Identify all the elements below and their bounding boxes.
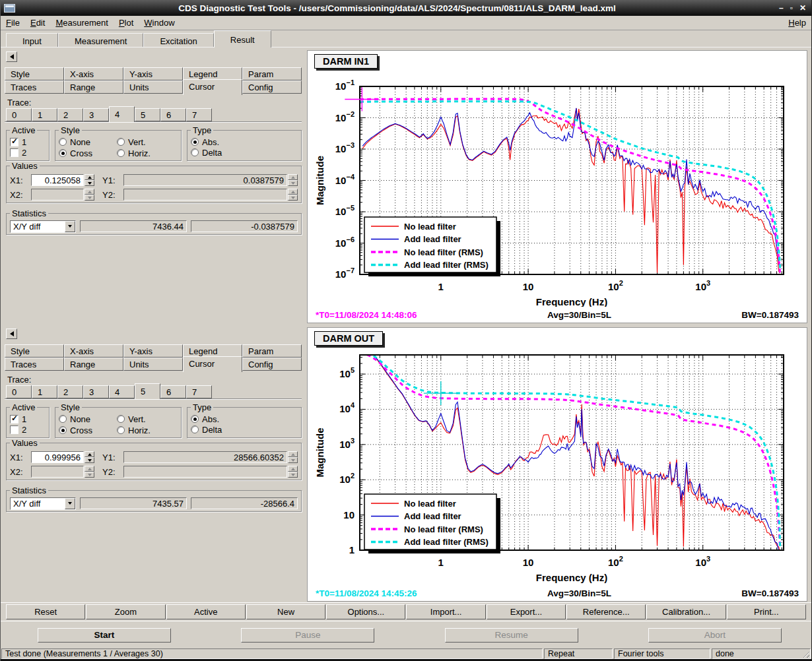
radio-type-delta[interactable] <box>191 425 199 433</box>
arrow-left-icon <box>10 331 14 336</box>
trace-tab-0[interactable]: 0 <box>6 385 32 398</box>
tab-input[interactable]: Input <box>6 33 58 47</box>
tab-units[interactable]: Units <box>123 358 183 371</box>
tab-legend[interactable]: Legend <box>183 67 242 80</box>
statistics-value-2: -28566.4 <box>191 497 298 509</box>
tab-style[interactable]: Style <box>5 344 64 358</box>
menu-plot[interactable]: Plot <box>114 16 139 29</box>
plot-frame-darm-out: 105104103102101110102103Frequency (Hz)Ma… <box>307 327 807 602</box>
tab-style[interactable]: Style <box>5 67 64 80</box>
radio-style-horiz[interactable] <box>117 149 125 157</box>
radio-style-cross[interactable] <box>59 149 67 157</box>
menu-window[interactable]: Window <box>139 16 180 29</box>
checkbox-cursor1[interactable] <box>10 138 18 146</box>
tab-config[interactable]: Config <box>242 358 302 371</box>
calibration-button[interactable]: Calibration... <box>646 604 726 619</box>
x1-spinner[interactable] <box>85 174 94 186</box>
radio-style-vert[interactable] <box>117 138 125 146</box>
tab-config[interactable]: Config <box>242 80 302 94</box>
tab-y-axis[interactable]: Y-axis <box>123 67 183 80</box>
print-button[interactable]: Print... <box>727 604 806 619</box>
svg-text:Add lead filter: Add lead filter <box>404 234 461 244</box>
tab-traces[interactable]: Traces <box>5 358 64 371</box>
trace-tab-1[interactable]: 1 <box>32 108 57 121</box>
chevron-down-icon[interactable] <box>65 498 75 509</box>
spectrum-chart-darm-out[interactable]: 105104103102101110102103Frequency (Hz)Ma… <box>308 328 807 585</box>
radio-style-none[interactable] <box>59 415 67 423</box>
tab-traces[interactable]: Traces <box>5 80 64 94</box>
import-button[interactable]: Import... <box>406 604 485 619</box>
tab-legend[interactable]: Legend <box>183 344 242 358</box>
new-button[interactable]: New <box>246 604 325 619</box>
options-button[interactable]: Options... <box>326 604 405 619</box>
radio-style-cross[interactable] <box>59 426 67 434</box>
checkbox-cursor2[interactable] <box>10 148 18 157</box>
x1-input[interactable]: 0.125058 <box>31 174 84 186</box>
spectrum-chart-darm-in1[interactable]: 10−110−210−310−410−510−610−7110102103Fre… <box>308 51 807 307</box>
tab-range[interactable]: Range <box>64 358 123 371</box>
checkbox-cursor2[interactable] <box>10 425 18 434</box>
resize-grip[interactable] <box>801 650 809 658</box>
close-icon[interactable]: ✕ <box>799 4 806 12</box>
radio-type-delta[interactable] <box>191 148 199 156</box>
trace-tab-1[interactable]: 1 <box>32 385 57 398</box>
tab-measurement[interactable]: Measurement <box>58 33 143 47</box>
statistics-mode-select[interactable]: X/Y diff <box>10 220 76 233</box>
reset-button[interactable]: Reset <box>6 604 85 619</box>
trace-tab-0[interactable]: 0 <box>6 108 32 121</box>
radio-style-vert[interactable] <box>117 415 125 423</box>
x2-field <box>31 189 84 201</box>
radio-style-horiz[interactable] <box>117 426 125 434</box>
reference-button[interactable]: Reference... <box>566 604 646 619</box>
tab-units[interactable]: Units <box>123 80 183 94</box>
start-button[interactable]: Start <box>38 628 171 643</box>
tab-param[interactable]: Param <box>242 67 302 80</box>
tab-x-axis[interactable]: X-axis <box>64 344 123 358</box>
tab-param[interactable]: Param <box>242 344 302 358</box>
trace-tab-3[interactable]: 3 <box>83 385 109 398</box>
collapse-arrow-button[interactable] <box>6 329 17 339</box>
tab-range[interactable]: Range <box>64 80 123 94</box>
radio-type-abs[interactable] <box>191 415 199 423</box>
menu-edit[interactable]: Edit <box>25 16 50 29</box>
trace-tab-6[interactable]: 6 <box>160 108 186 121</box>
menu-help[interactable]: Help <box>783 16 811 29</box>
tab-x-axis[interactable]: X-axis <box>64 67 123 80</box>
trace-tab-3[interactable]: 3 <box>83 108 109 121</box>
zoom-button[interactable]: Zoom <box>86 604 165 619</box>
main-tabbar: Input Measurement Excitation Result <box>1 30 811 47</box>
trace-tab-7[interactable]: 7 <box>186 108 212 121</box>
radio-style-none[interactable] <box>59 138 67 146</box>
statistics-mode-select[interactable]: X/Y diff <box>10 497 76 510</box>
trace-tab-2[interactable]: 2 <box>57 108 83 121</box>
plot-frame-darm-in1: 10−110−210−310−410−510−610−7110102103Fre… <box>307 50 807 323</box>
tab-cursor[interactable]: Cursor <box>183 79 242 95</box>
trace-tab-4[interactable]: 4 <box>109 385 135 398</box>
trace-tab-5[interactable]: 5 <box>135 108 160 121</box>
tab-cursor[interactable]: Cursor <box>183 356 242 372</box>
svg-text:102: 102 <box>608 279 623 292</box>
trace-tab-2[interactable]: 2 <box>57 385 83 398</box>
svg-text:10−1: 10−1 <box>335 79 355 92</box>
x-axis-title: Frequency (Hz) <box>536 572 607 583</box>
tab-result[interactable]: Result <box>214 30 271 47</box>
tab-excitation[interactable]: Excitation <box>143 33 213 47</box>
maximize-icon[interactable]: ▫ <box>790 4 793 12</box>
chevron-down-icon[interactable] <box>65 221 75 232</box>
trace-tab-7[interactable]: 7 <box>186 385 212 398</box>
trace-tab-6[interactable]: 6 <box>160 385 186 398</box>
menu-file[interactable]: File <box>1 16 25 29</box>
x1-input[interactable]: 0.999956 <box>31 451 84 463</box>
trace-tab-4[interactable]: 4 <box>109 106 135 122</box>
export-button[interactable]: Export... <box>487 604 566 619</box>
radio-type-abs[interactable] <box>191 138 199 146</box>
y1-field: 28566.60352 <box>123 451 287 463</box>
trace-tab-5[interactable]: 5 <box>135 383 160 399</box>
menu-measurement[interactable]: Measurement <box>50 16 114 29</box>
active-button[interactable]: Active <box>166 604 246 619</box>
x1-spinner[interactable] <box>85 451 94 463</box>
minimize-icon[interactable]: – <box>779 4 784 12</box>
checkbox-cursor1[interactable] <box>10 415 18 424</box>
tab-y-axis[interactable]: Y-axis <box>123 344 183 358</box>
collapse-arrow-button[interactable] <box>6 51 17 62</box>
